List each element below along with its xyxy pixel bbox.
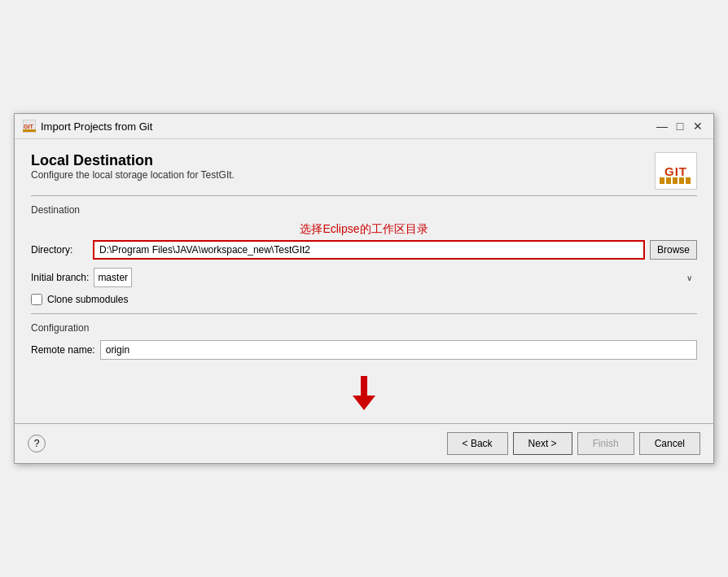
window-title: Import Projects from Git [41, 120, 152, 133]
titlebar-left: GIT Import Projects from Git [23, 120, 152, 133]
header-text: Local Destination Configure the local st… [31, 152, 235, 192]
arrow-visual [353, 376, 375, 410]
destination-section-label: Destination [31, 204, 697, 216]
window-icon: GIT [23, 120, 36, 133]
arrow-shaft [361, 376, 367, 396]
dialog-footer: ? < Back Next > Finish Cancel [15, 423, 713, 463]
directory-input[interactable] [93, 240, 645, 260]
arrow-head [353, 396, 375, 410]
branch-select[interactable]: master [94, 268, 132, 287]
clone-submodules-label: Clone submodules [47, 294, 128, 305]
titlebar-controls: — □ ✕ [655, 119, 705, 133]
subtitle: Configure the local storage location for… [31, 169, 235, 181]
finish-button[interactable]: Finish [577, 432, 634, 455]
page-title: Local Destination [31, 152, 235, 169]
section-divider-1 [31, 195, 697, 196]
import-projects-dialog: GIT Import Projects from Git — □ ✕ Local… [14, 113, 714, 464]
next-button[interactable]: Next > [513, 432, 572, 455]
directory-row: Directory: Browse [31, 240, 697, 260]
browse-button[interactable]: Browse [650, 240, 697, 260]
arrow-annotation [31, 376, 697, 410]
cancel-button[interactable]: Cancel [639, 432, 700, 455]
minimize-button[interactable]: — [655, 119, 669, 133]
main-content: Local Destination Configure the local st… [15, 139, 713, 423]
configuration-section-label: Configuration [31, 322, 697, 334]
branch-row: Initial branch: master [31, 268, 697, 287]
footer-buttons: < Back Next > Finish Cancel [447, 432, 700, 455]
git-logo: GIT [655, 152, 697, 190]
clone-submodules-checkbox[interactable] [31, 294, 42, 305]
close-button[interactable]: ✕ [691, 119, 705, 133]
git-icon-bar [660, 177, 692, 184]
titlebar: GIT Import Projects from Git — □ ✕ [15, 114, 713, 139]
section-divider-2 [31, 313, 697, 314]
annotation-text: 选择Eclipse的工作区目录 [31, 222, 697, 237]
clone-submodules-row: Clone submodules [31, 294, 697, 305]
remote-name-input[interactable] [100, 340, 697, 360]
branch-select-wrapper: master [94, 268, 697, 287]
back-button[interactable]: < Back [447, 432, 508, 455]
remote-name-row: Remote name: [31, 340, 697, 360]
directory-label: Directory: [31, 244, 88, 256]
branch-label: Initial branch: [31, 272, 89, 283]
svg-text:GIT: GIT [24, 124, 33, 129]
svg-rect-2 [23, 129, 36, 132]
help-button[interactable]: ? [28, 435, 46, 452]
header-row: Local Destination Configure the local st… [31, 152, 697, 192]
remote-name-label: Remote name: [31, 344, 95, 356]
maximize-button[interactable]: □ [673, 119, 687, 133]
git-icon-text: GIT [664, 164, 687, 178]
